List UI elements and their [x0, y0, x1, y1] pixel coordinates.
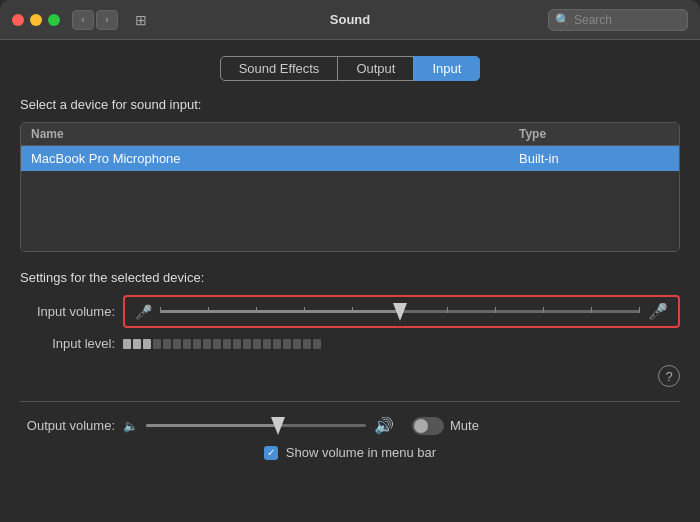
device-section-heading: Select a device for sound input: — [20, 97, 680, 112]
table-header: Name Type — [21, 123, 679, 146]
input-volume-row: Input volume: 🎤 — [20, 295, 680, 328]
input-level-row: Input level: — [20, 336, 680, 351]
show-volume-row: ✓ Show volume in menu bar — [20, 445, 680, 460]
level-bar-14 — [253, 339, 261, 349]
search-placeholder: Search — [574, 13, 612, 27]
settings-section: Settings for the selected device: Input … — [20, 270, 680, 351]
search-icon: 🔍 — [555, 13, 570, 27]
help-button[interactable]: ? — [658, 365, 680, 387]
level-bar-8 — [193, 339, 201, 349]
input-volume-wrapper: 🎤 — [123, 295, 680, 328]
traffic-lights — [12, 14, 60, 26]
titlebar: ‹ › ⊞ Sound 🔍 Search — [0, 0, 700, 40]
mic-large-icon: 🎤 — [648, 302, 668, 321]
svg-marker-1 — [271, 417, 285, 435]
show-volume-label: Show volume in menu bar — [286, 445, 436, 460]
level-bar-19 — [303, 339, 311, 349]
window-title: Sound — [330, 12, 370, 27]
table-empty-area — [21, 171, 679, 251]
level-bar-6 — [173, 339, 181, 349]
settings-heading: Settings for the selected device: — [20, 270, 680, 285]
speaker-small-icon: 🔈 — [123, 419, 138, 433]
divider — [20, 401, 680, 402]
column-type: Type — [519, 127, 669, 141]
nav-buttons: ‹ › — [72, 10, 118, 30]
input-volume-label: Input volume: — [20, 304, 115, 319]
level-bar-20 — [313, 339, 321, 349]
svg-marker-0 — [393, 303, 407, 321]
input-volume-slider[interactable] — [160, 305, 640, 319]
level-bar-5 — [163, 339, 171, 349]
input-level-bars — [123, 339, 321, 349]
level-bar-1 — [123, 339, 131, 349]
level-bar-2 — [133, 339, 141, 349]
device-name: MacBook Pro Microphone — [31, 151, 519, 166]
device-type: Built-in — [519, 151, 669, 166]
level-bar-17 — [283, 339, 291, 349]
level-bar-15 — [263, 339, 271, 349]
close-button[interactable] — [12, 14, 24, 26]
level-bar-3 — [143, 339, 151, 349]
toggle-knob — [414, 419, 428, 433]
level-bar-12 — [233, 339, 241, 349]
level-bar-4 — [153, 339, 161, 349]
show-volume-checkbox[interactable]: ✓ — [264, 446, 278, 460]
mute-label: Mute — [450, 418, 479, 433]
column-name: Name — [31, 127, 519, 141]
maximize-button[interactable] — [48, 14, 60, 26]
table-row[interactable]: MacBook Pro Microphone Built-in — [21, 146, 679, 171]
tab-input[interactable]: Input — [414, 56, 480, 81]
level-bar-9 — [203, 339, 211, 349]
output-volume-label: Output volume: — [20, 418, 115, 433]
tab-output[interactable]: Output — [338, 56, 414, 81]
mute-switch[interactable] — [412, 417, 444, 435]
tab-sound-effects[interactable]: Sound Effects — [220, 56, 339, 81]
output-volume-slider[interactable] — [146, 419, 366, 433]
level-bar-18 — [293, 339, 301, 349]
back-button[interactable]: ‹ — [72, 10, 94, 30]
input-volume-thumb[interactable] — [393, 303, 407, 321]
main-content: Sound Effects Output Input Select a devi… — [0, 40, 700, 522]
forward-button[interactable]: › — [96, 10, 118, 30]
level-bar-11 — [223, 339, 231, 349]
grid-button[interactable]: ⊞ — [130, 10, 152, 30]
search-box[interactable]: 🔍 Search — [548, 9, 688, 31]
mic-small-icon: 🎤 — [135, 304, 152, 320]
mute-toggle[interactable]: Mute — [412, 417, 479, 435]
device-table: Name Type MacBook Pro Microphone Built-i… — [20, 122, 680, 252]
minimize-button[interactable] — [30, 14, 42, 26]
input-level-label: Input level: — [20, 336, 115, 351]
output-volume-thumb[interactable] — [271, 417, 285, 435]
level-bar-10 — [213, 339, 221, 349]
tab-bar: Sound Effects Output Input — [20, 56, 680, 81]
output-volume-row: Output volume: 🔈 🔊 Mute — [20, 416, 680, 435]
level-bar-7 — [183, 339, 191, 349]
speaker-large-icon: 🔊 — [374, 416, 394, 435]
level-bar-13 — [243, 339, 251, 349]
level-bar-16 — [273, 339, 281, 349]
help-row: ? — [20, 365, 680, 387]
